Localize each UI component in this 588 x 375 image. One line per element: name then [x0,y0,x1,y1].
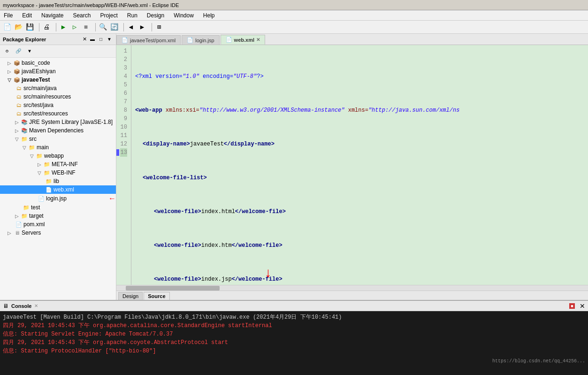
code-line-1: <?xml version="1.0" encoding="UTF-8"?> [135,72,584,81]
toolbar-print[interactable]: 🖨 [41,22,52,32]
tree-label: lib [53,178,116,184]
menu-file[interactable]: File [2,11,15,20]
panel-header-icons: ▬ □ ▼ [89,36,113,43]
toolbar-search[interactable]: 🔍 [98,22,108,32]
tab-web-xml[interactable]: 📄 web.xml ✕ [221,35,265,45]
menu-design[interactable]: Design [145,11,166,20]
tree-node-src-main-java[interactable]: 🗂 src/main/java [0,84,116,92]
toolbar-refresh[interactable]: 🔄 [109,22,119,32]
console-icon: 🖥 [3,303,8,309]
link-with-editor-btn[interactable]: 🔗 [13,46,23,56]
menu-project[interactable]: Project [98,11,119,20]
toolbar-debug[interactable]: ▷ [69,22,80,32]
line-num-9: 9 [120,115,127,123]
line-num-3: 3 [120,64,127,72]
tab-label: login.jsp [195,38,214,43]
toolbar-save[interactable]: 💾 [24,22,35,32]
server-icon: 🖥 [13,229,21,237]
package-explorer-panel: Package Explorer ✕ ▬ □ ▼ ⊖ 🔗 ▼ ▷ 📦 [0,34,116,300]
panel-header: Package Explorer ✕ ▬ □ ▼ [0,34,116,45]
folder-icon: 📁 [36,152,43,160]
toolbar-new[interactable]: 📄 [2,22,12,32]
console-close-btn[interactable]: ✕ [580,302,585,310]
toolbar-stop[interactable]: ■ [81,22,91,32]
tree-node-pom-xml[interactable]: 📄 pom.xml [0,220,116,229]
tab-design[interactable]: Design [118,292,143,300]
console-stop-btn[interactable]: ■ [569,303,575,309]
tree-node-maven[interactable]: ▷ 📚 Maven Dependencies [0,126,116,135]
menu-edit[interactable]: Edit [20,11,34,20]
tab-close-icon[interactable]: ✕ [256,37,260,42]
menu-icon[interactable]: ▼ [106,36,113,43]
toolbar-back[interactable]: ◀ [126,22,136,32]
scrollbar-thumb[interactable] [126,286,220,291]
code-content: 1 2 3 4 5 6 7 8 9 10 11 12 [116,45,588,285]
pkg-icon: 📦 [13,59,21,67]
tree-node-basic-code[interactable]: ▷ 📦 basic_code [0,59,116,67]
collapse-all-btn[interactable]: ⊖ [2,46,12,56]
toolbar-open[interactable]: 📂 [13,22,23,32]
tab-icon: 📄 [187,37,193,43]
console-line-3: 四月 29, 2021 10:45:43 下午 org.apache.coyot… [3,338,585,347]
minimize-icon[interactable]: ▬ [89,36,96,43]
toolbar-run[interactable]: ▶ [58,22,69,32]
editor-scrollbar[interactable] [116,285,588,291]
code-lines[interactable]: <?xml version="1.0" encoding="UTF-8"?> <… [131,45,588,285]
tree-label: src [29,136,116,142]
line-num-13: 13 [120,148,127,157]
tree-node-lib[interactable]: 📁 lib [0,177,116,185]
tree-node-src-test-resources[interactable]: 🗂 src/test/resources [0,109,116,118]
tree-label: webapp [44,153,116,159]
toolbar-perspective[interactable]: ⊞ [154,22,164,32]
line-num-6: 6 [120,89,127,98]
panel-menu-btn[interactable]: ▼ [24,46,35,56]
title-text: myworkspace - javaeeTest/src/main/webapp… [3,2,179,8]
line-num-1: 1 [120,47,127,55]
folder-icon: 📁 [23,204,30,211]
tree-label: src/main/resources [23,93,116,100]
tree-node-target[interactable]: ▷ 📁 target [0,212,116,220]
tree-node-main[interactable]: ▽ 📁 main [0,143,116,152]
line-num-11: 11 [120,131,127,140]
tree-node-web-inf[interactable]: ▽ 📁 WEB-INF [0,168,116,177]
tree-node-src-test-java[interactable]: 🗂 src/test/java [0,101,116,109]
editor-tabs: 📄 javaeeTest/pom.xml 📄 login.jsp 📄 web.x… [116,34,588,45]
title-bar: myworkspace - javaeeTest/src/main/webapp… [0,0,588,10]
tree-node-javaeetest[interactable]: ▽ 📦 javaeeTest [0,76,116,84]
maximize-icon[interactable]: □ [97,36,105,43]
menu-bar: File Edit Navigate Search Project Run De… [0,10,588,21]
tab-icon: 📄 [122,37,128,43]
tree-node-servers[interactable]: ▷ 🖥 Servers [0,229,116,237]
menu-navigate[interactable]: Navigate [39,11,65,20]
panel-close-icon[interactable]: ✕ [83,36,87,42]
tab-pom-xml[interactable]: 📄 javaeeTest/pom.xml [116,35,181,45]
tree-node-test[interactable]: 📁 test [0,203,116,212]
menu-window[interactable]: Window [172,11,196,20]
panel-title: Package Explorer [3,37,81,42]
tab-label: javaeeTest/pom.xml [130,38,176,43]
toolbar-forward[interactable]: ▶ [137,22,147,32]
maven-icon: 📚 [21,127,28,134]
console-line-1: 四月 29, 2021 10:45:43 下午 org.apache.catal… [3,321,585,330]
tab-login-jsp[interactable]: 📄 login.jsp [182,35,219,45]
console-area: 🖥 Console ✕ ■ ✕ javaeeTest [Maven Build]… [0,300,588,375]
console-line-4: 信息: Starting ProtocolHandler ["http-bio-… [3,347,585,355]
tree-node-jre[interactable]: ▷ 📚 JRE System Library [JavaSE-1.8] [0,118,116,126]
tree-node-webapp[interactable]: ▽ 📁 webapp [0,152,116,160]
tree-node-javaee-shiyan[interactable]: ▷ 📦 javaEEshiyan [0,67,116,76]
tree-node-src[interactable]: ▽ 📁 src [0,135,116,143]
folder-icon: 📁 [45,177,53,185]
folder-icon: 📁 [21,212,28,220]
menu-help[interactable]: Help [201,11,217,20]
tree-node-web-xml[interactable]: 📄 web.xml [0,185,116,194]
tree-node-src-main-resources[interactable]: 🗂 src/main/resources [0,92,116,101]
tab-source[interactable]: Source [144,292,169,300]
folder-icon: 📁 [21,135,28,143]
line-numbers: 1 2 3 4 5 6 7 8 9 10 11 12 [116,45,131,285]
menu-run[interactable]: Run [125,11,139,20]
left-arrow-annotation: ← [108,194,116,203]
line-num-4: 4 [120,72,127,81]
menu-search[interactable]: Search [71,11,92,20]
tree-node-login-jsp[interactable]: 📄 login.jsp ← [0,194,116,203]
tree-node-meta-inf[interactable]: ▷ 📁 META-INF [0,160,116,168]
